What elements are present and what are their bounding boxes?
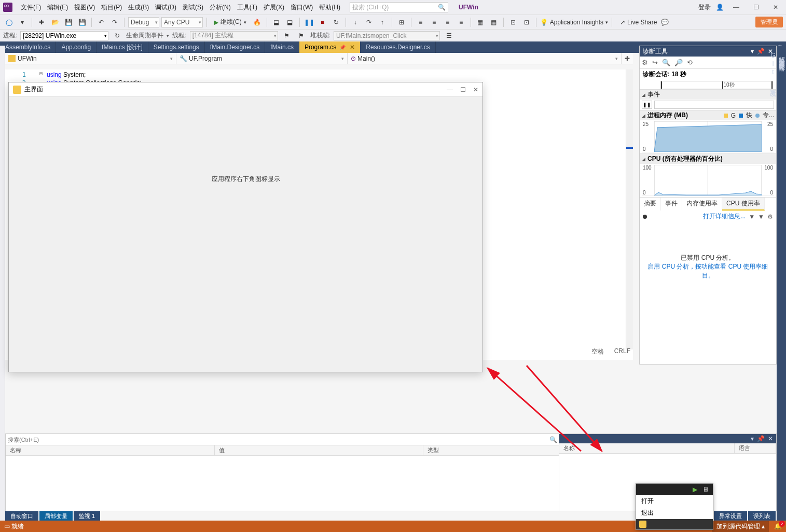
outline-toggle-icon[interactable]: ⊟ <box>39 71 43 76</box>
process-combo[interactable]: [28292] UFWin.exe <box>20 31 108 40</box>
zoom-out-icon[interactable]: 🔎 <box>674 59 683 66</box>
menu-ext[interactable]: 扩展(X) <box>260 2 287 13</box>
menu-help[interactable]: 帮助(H) <box>316 2 343 13</box>
diag-tab-cpu[interactable]: CPU 使用率 <box>722 198 765 211</box>
step-into-icon[interactable]: ↓ <box>350 17 361 28</box>
save-all-icon[interactable]: 💾 <box>76 17 88 28</box>
cs-col-name[interactable]: 名称 <box>559 443 735 453</box>
flag2-icon[interactable]: ⚑ <box>296 30 307 41</box>
menu-test[interactable]: 测试(S) <box>180 2 206 13</box>
col-value[interactable]: 值 <box>215 445 424 455</box>
cpu-chart[interactable]: 1000 1000 <box>642 165 774 196</box>
login-link[interactable]: 登录 <box>698 3 711 12</box>
events-lane[interactable] <box>654 101 774 109</box>
tab-program[interactable]: Program.cs📌✕ <box>299 41 361 53</box>
stacktool-icon[interactable]: ☰ <box>443 30 454 41</box>
platform-combo[interactable]: Any CPU <box>161 17 203 27</box>
cs-col-lang[interactable]: 语言 <box>735 443 776 453</box>
align3-icon[interactable]: ≡ <box>442 17 453 28</box>
section-memory[interactable]: ◢进程内存 (MB) G 快 专... <box>640 110 776 120</box>
callstack-header[interactable]: ▾📌✕ <box>559 434 776 443</box>
step-icon[interactable]: ⬓ <box>271 17 282 28</box>
enable-cpu-link[interactable]: 启用 CPU 分析，按功能查看 CPU 使用率细目。 <box>647 263 768 279</box>
panel-pin-icon[interactable]: 📌 <box>757 48 765 55</box>
nav-fwd-icon[interactable]: ▾ <box>17 17 28 28</box>
redo-icon[interactable]: ↷ <box>109 17 120 28</box>
toolbox1-icon[interactable]: ⊞ <box>396 17 407 28</box>
diag-gear-icon[interactable]: ⚙ <box>642 59 648 66</box>
cs-close-icon[interactable]: ✕ <box>768 435 773 442</box>
tray-open[interactable]: 打开 <box>636 495 713 507</box>
record-icon[interactable] <box>643 215 647 219</box>
notifications-icon[interactable]: 🔔2 <box>774 523 782 530</box>
minimize-icon[interactable]: ― <box>729 4 743 11</box>
source-control-button[interactable]: 加到源代码管理 ▴ <box>712 521 769 532</box>
form-maximize-icon[interactable]: ☐ <box>460 86 466 93</box>
events-pause-icon[interactable]: ❚❚ <box>642 101 652 109</box>
section-events[interactable]: ◢事件 <box>640 89 776 100</box>
grid2-icon[interactable]: ▦ <box>488 17 500 28</box>
continue-button[interactable]: ▶继续(C)▾ <box>211 18 250 26</box>
open-detail-link[interactable]: 打开详细信息... <box>703 212 746 221</box>
step-over-icon[interactable]: ↷ <box>363 17 375 28</box>
timeline-ruler[interactable]: 10秒 <box>660 81 773 89</box>
config-combo[interactable]: Debug <box>128 17 159 27</box>
nav-back-icon[interactable]: ◯ <box>3 17 15 28</box>
pause-icon[interactable]: ❚❚ <box>304 17 315 28</box>
menu-file[interactable]: 文件(F) <box>18 2 44 13</box>
collapse-icon[interactable]: ◢ <box>642 92 645 97</box>
tab-exceptions[interactable]: 异常设置 <box>714 511 747 522</box>
menu-debug[interactable]: 调试(D) <box>152 2 180 13</box>
open-icon[interactable]: 📂 <box>49 17 61 28</box>
menu-project[interactable]: 项目(P) <box>98 2 125 13</box>
taskbar-monitor-icon[interactable]: 🖥 <box>702 486 709 493</box>
section-cpu[interactable]: ◢CPU (所有处理器的百分比) <box>640 153 776 164</box>
misc1-icon[interactable]: ⊡ <box>507 17 519 28</box>
collapse-icon[interactable]: ◢ <box>642 113 645 118</box>
zoom-in-icon[interactable]: 🔍 <box>662 59 670 66</box>
stop-icon[interactable]: ■ <box>317 17 328 28</box>
rail-solution-explorer[interactable]: 解决方案资源管理器 <box>777 49 786 532</box>
menu-edit[interactable]: 编辑(E) <box>44 2 71 13</box>
misc2-icon[interactable]: ⊡ <box>521 17 532 28</box>
filter2-icon[interactable]: ▼ <box>758 213 764 220</box>
cycle-icon[interactable]: ↻ <box>112 30 123 41</box>
collapse-icon[interactable]: ◢ <box>642 157 645 162</box>
split-icon[interactable]: ✚ <box>622 53 633 64</box>
diag-export-icon[interactable]: ↪ <box>652 59 658 66</box>
tray-exit[interactable]: 退出 <box>636 507 713 519</box>
menu-tools[interactable]: 工具(T) <box>234 2 260 13</box>
tab-assemblyinfo[interactable]: AssemblyInfo.cs <box>0 41 56 53</box>
app-insights-button[interactable]: 💡Application Insights▾ <box>540 19 608 26</box>
flag-icon[interactable]: ⚑ <box>281 30 293 41</box>
maximize-icon[interactable]: ☐ <box>749 4 763 11</box>
cs-dropdown-icon[interactable]: ▾ <box>751 435 754 442</box>
menu-view[interactable]: 视图(V) <box>71 2 98 13</box>
save-icon[interactable]: 💾 <box>63 17 74 28</box>
menu-build[interactable]: 生成(B) <box>125 2 152 13</box>
eol-mode[interactable]: CRLF <box>614 347 630 356</box>
tab-appconfig[interactable]: App.config <box>56 41 96 53</box>
nav-project-combo[interactable]: UFWin <box>5 53 176 64</box>
diag-tab-summary[interactable]: 摘要 <box>640 198 661 211</box>
hot-reload-icon[interactable]: 🔥 <box>252 17 263 28</box>
locals-search-input[interactable] <box>8 437 546 443</box>
undo-icon[interactable]: ↶ <box>95 17 107 28</box>
tab-autos[interactable]: 自动窗口 <box>5 511 38 522</box>
menu-window[interactable]: 窗口(W) <box>287 2 316 13</box>
tab-fmain-design[interactable]: fMain.cs [设计] <box>96 41 148 53</box>
diagnostics-header[interactable]: 诊断工具 ▾📌✕ <box>640 46 776 57</box>
col-name[interactable]: 名称 <box>6 445 215 455</box>
running-form-window[interactable]: 主界面 ― ☐ ✕ 应用程序右下角图标显示 <box>8 82 483 372</box>
menu-analyze[interactable]: 分析(N) <box>206 2 234 13</box>
global-search-input[interactable]: 搜索 (Ctrl+Q) 🔍 <box>350 2 448 12</box>
cs-pin-icon[interactable]: 📌 <box>757 435 765 442</box>
new-item-icon[interactable]: ✚ <box>36 17 47 28</box>
tab-fmain[interactable]: fMain.cs <box>265 41 299 53</box>
nav-class-combo[interactable]: 🔧 UF.Program <box>176 53 348 64</box>
diag-tab-memory[interactable]: 内存使用率 <box>682 198 722 211</box>
zoom-reset-icon[interactable]: ⟲ <box>687 59 693 66</box>
form-titlebar[interactable]: 主界面 ― ☐ ✕ <box>9 82 482 97</box>
user-icon[interactable]: 👤 <box>716 4 724 11</box>
tab-watch1[interactable]: 监视 1 <box>74 511 100 522</box>
